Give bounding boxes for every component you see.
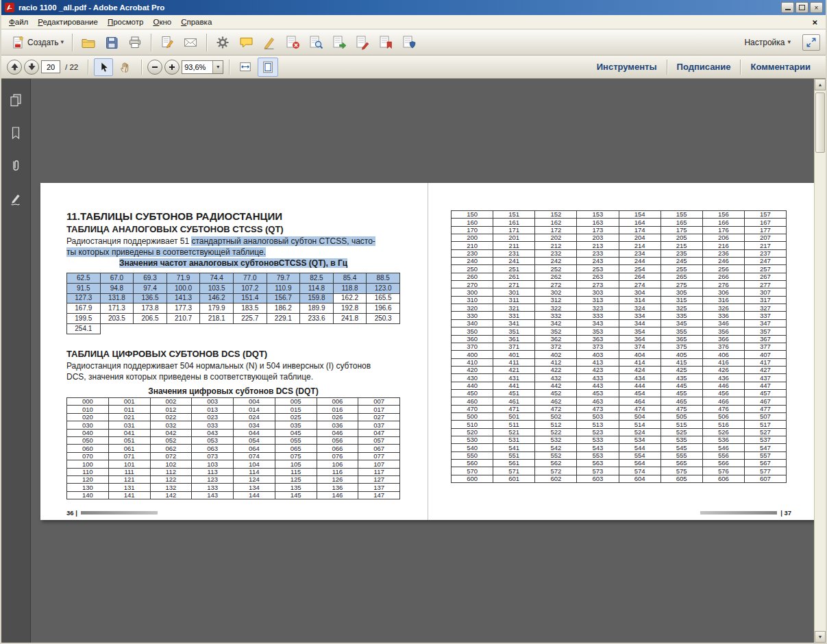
customize-toolbar-button[interactable]: Настройка ▾ xyxy=(741,35,794,50)
table-cell: 100 xyxy=(67,460,109,468)
table-cell: 159.8 xyxy=(300,293,334,304)
tools-panel-button[interactable]: Инструменты xyxy=(587,62,667,72)
table-cell: 250 xyxy=(452,265,493,273)
sign-panel-button[interactable]: Подписание xyxy=(667,62,741,72)
table-cell: 130 xyxy=(67,484,109,491)
table-cell: 212 xyxy=(535,242,577,249)
open-file-button[interactable] xyxy=(77,32,99,53)
table-cell: 141.3 xyxy=(166,293,200,304)
comment-button[interactable] xyxy=(235,32,257,53)
document-sign-icon xyxy=(355,35,370,50)
save-file-button[interactable] xyxy=(101,32,123,53)
table-cell: 540 xyxy=(452,444,493,451)
chevron-down-icon[interactable]: ▾ xyxy=(212,61,223,73)
table-cell: 020 xyxy=(67,413,109,421)
table-cell: 206 xyxy=(702,234,744,242)
scroll-up-button[interactable]: ▲ xyxy=(815,79,826,90)
fit-page-button[interactable] xyxy=(258,58,278,77)
table-cell: 206.5 xyxy=(134,314,167,324)
menu-help[interactable]: Справка xyxy=(176,16,217,27)
attachments-panel-button[interactable] xyxy=(5,156,26,176)
table-cell: 012 xyxy=(150,406,192,413)
table-cell: 355 xyxy=(661,327,702,335)
table-cell: 565 xyxy=(661,460,702,467)
select-tool-button[interactable] xyxy=(94,58,113,76)
scrollbar-thumb[interactable] xyxy=(815,92,825,153)
table-cell: 541 xyxy=(493,444,535,451)
table-cell: 505 xyxy=(661,412,702,420)
table-cell: 536 xyxy=(702,436,744,443)
vertical-scrollbar[interactable]: ▲ ▼ xyxy=(814,79,826,643)
table-cell: 156.7 xyxy=(267,293,300,304)
table-cell: 142 xyxy=(150,491,192,499)
table-cell: 350 xyxy=(452,327,493,335)
scrollbar-track[interactable] xyxy=(815,90,826,631)
hand-tool-button[interactable] xyxy=(115,58,136,77)
table-cell: 136 xyxy=(317,484,358,491)
toolbar-separator xyxy=(88,60,88,75)
zoom-level-input[interactable] xyxy=(182,61,212,73)
search-document-button[interactable] xyxy=(305,32,327,53)
table-cell: 001 xyxy=(108,398,150,406)
previous-page-button[interactable] xyxy=(7,60,22,75)
table-cell: 192.8 xyxy=(333,304,367,314)
table-cell: 264 xyxy=(619,273,661,280)
page-number-input[interactable] xyxy=(41,60,60,73)
table-cell: 213 xyxy=(577,242,619,249)
table-cell: 167.9 xyxy=(67,304,101,314)
export-document-button[interactable] xyxy=(328,32,350,53)
table-cell: 203.5 xyxy=(100,314,134,324)
table-cell: 567 xyxy=(744,460,786,467)
ctcss-frequency-table: 62.567.069.371.974.477.079.782.585.488.5… xyxy=(66,273,400,334)
table-cell: 214 xyxy=(619,242,661,249)
table-cell: 103 xyxy=(192,460,234,468)
paperclip-icon xyxy=(8,158,23,173)
table-cell: 327 xyxy=(744,304,786,312)
menu-file[interactable]: Файл xyxy=(4,16,33,27)
menu-window[interactable]: Окно xyxy=(148,16,176,27)
email-button[interactable] xyxy=(180,32,201,53)
zoom-in-button[interactable] xyxy=(164,60,180,75)
preferences-button[interactable] xyxy=(212,32,234,53)
table-cell: 066 xyxy=(317,445,358,452)
table-cell: 199.5 xyxy=(67,314,101,324)
delete-pages-button[interactable] xyxy=(282,32,304,53)
menu-view[interactable]: Просмотр xyxy=(103,16,149,27)
table-cell: 513 xyxy=(577,421,619,428)
sign-document-button[interactable] xyxy=(351,32,373,53)
table-cell: 117 xyxy=(358,468,400,475)
fit-width-button[interactable] xyxy=(235,58,256,77)
maximize-button[interactable] xyxy=(795,2,809,13)
zoom-out-button[interactable] xyxy=(147,60,162,75)
table-cell: 207 xyxy=(744,234,786,242)
menu-edit[interactable]: Редактирование xyxy=(33,16,103,27)
close-button[interactable]: × xyxy=(810,2,823,13)
table-cell: 323 xyxy=(577,304,619,312)
print-button[interactable] xyxy=(124,32,146,53)
bookmarks-panel-button[interactable] xyxy=(5,123,26,143)
secure-document-button[interactable] xyxy=(398,32,420,53)
bookmark-document-button[interactable] xyxy=(375,32,397,53)
zoom-level-combo[interactable]: ▾ xyxy=(182,60,223,74)
table-cell: 533 xyxy=(577,436,619,443)
page-thumbnails-button[interactable] xyxy=(5,90,26,110)
table-cell: 477 xyxy=(744,405,786,412)
table-cell: 507 xyxy=(744,412,786,420)
comments-panel-button[interactable]: Комментарии xyxy=(741,62,820,72)
edit-document-button[interactable] xyxy=(156,32,178,53)
scroll-down-button[interactable]: ▼ xyxy=(815,631,826,643)
minimize-button[interactable] xyxy=(781,2,794,13)
create-pdf-button[interactable]: Создать ▾ xyxy=(7,32,67,53)
close-document-icon[interactable]: × xyxy=(806,17,823,27)
reading-mode-button[interactable] xyxy=(802,34,820,51)
table-cell: 331 xyxy=(493,312,535,319)
signatures-panel-button[interactable] xyxy=(5,188,26,209)
table-cell: 116 xyxy=(317,468,358,475)
sign-pen-button[interactable] xyxy=(258,32,280,53)
title-bar[interactable]: racio 1100 _all.pdf - Adobe Acrobat Pro … xyxy=(1,0,826,15)
next-page-button[interactable] xyxy=(24,60,39,75)
table-cell: 526 xyxy=(702,428,744,436)
document-view[interactable]: 11.ТАБЛИЦЫ СУБТОНОВ РАДИОСТАНЦИИ ТАБЛИЦА… xyxy=(31,79,814,643)
table-cell: 424 xyxy=(619,366,661,373)
table-cell: 416 xyxy=(702,358,744,366)
